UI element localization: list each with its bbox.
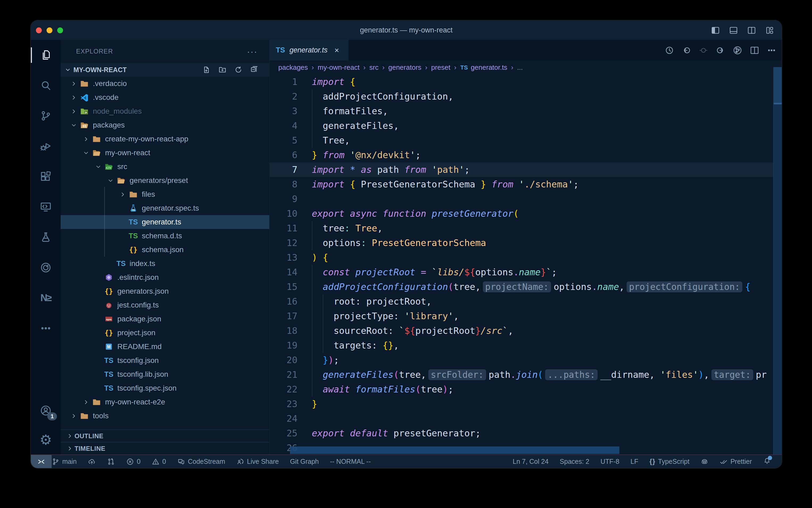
breadcrumb-generators[interactable]: generators bbox=[388, 64, 421, 72]
git-graph-icon[interactable] bbox=[733, 46, 742, 55]
tree-item-README.md[interactable]: MREADME.md bbox=[61, 340, 269, 353]
vertical-scrollbar-thumb[interactable] bbox=[774, 67, 782, 104]
status-eol[interactable]: LF bbox=[630, 458, 638, 465]
tree-item-src[interactable]: </>src bbox=[61, 160, 269, 174]
breadcrumb-file[interactable]: TSgenerator.ts bbox=[460, 64, 507, 72]
tree-item-generator.ts[interactable]: TSgenerator.ts bbox=[61, 215, 269, 229]
tab-generator-ts[interactable]: TS generator.ts × bbox=[270, 40, 348, 60]
tree-item-jest.config.ts[interactable]: jest.config.ts bbox=[61, 298, 269, 312]
toggle-sidebar-icon[interactable] bbox=[711, 26, 720, 35]
chevron-right-icon[interactable] bbox=[116, 187, 129, 201]
tree-item-project.json[interactable]: {}project.json bbox=[61, 326, 269, 340]
status-branch[interactable]: main bbox=[52, 458, 77, 466]
activity-account-icon[interactable]: 1 bbox=[31, 396, 61, 425]
status-vim-mode[interactable]: -- NORMAL -- bbox=[330, 458, 371, 465]
status-codestream[interactable]: CodeStream bbox=[177, 458, 225, 466]
code-editor[interactable]: 1import {2 addProjectConfiguration,3 for… bbox=[270, 75, 773, 455]
activity-codestream-icon[interactable] bbox=[31, 252, 61, 283]
chevron-down-icon[interactable] bbox=[80, 146, 92, 160]
chevron-right-icon[interactable] bbox=[67, 409, 80, 423]
activity-nx-console-icon[interactable]: N≥ bbox=[31, 283, 61, 313]
new-folder-icon[interactable] bbox=[218, 66, 227, 74]
tree-item-tools[interactable]: tools bbox=[61, 409, 269, 423]
split-editor-icon[interactable] bbox=[747, 26, 756, 35]
tree-item-.verdaccio[interactable]: .verdaccio bbox=[61, 77, 269, 90]
activity-source-control-icon[interactable] bbox=[31, 101, 61, 131]
tree-item-create-my-own-react-app[interactable]: create-my-own-react-app bbox=[61, 132, 269, 146]
chevron-right-icon[interactable] bbox=[67, 104, 80, 118]
status-git-graph[interactable]: Git Graph bbox=[290, 458, 319, 465]
titlebar[interactable]: generator.ts — my-own-react bbox=[31, 20, 782, 40]
project-section-header[interactable]: MY-OWN-REACT bbox=[61, 63, 269, 77]
tree-item-generators.json[interactable]: {}generators.json bbox=[61, 284, 269, 298]
panel-timeline[interactable]: TIMELINE bbox=[61, 442, 269, 455]
tree-item-.eslintrc.json[interactable]: .eslintrc.json bbox=[61, 270, 269, 284]
status-live-share[interactable]: Live Share bbox=[236, 458, 279, 466]
activity-extensions-icon[interactable] bbox=[31, 161, 61, 192]
tree-item-my-own-react[interactable]: my-own-react bbox=[61, 146, 269, 160]
new-file-icon[interactable] bbox=[202, 66, 211, 74]
activity-files-icon[interactable] bbox=[31, 40, 61, 70]
sidebar-more-actions[interactable]: ··· bbox=[247, 46, 257, 57]
tree-item-schema.json[interactable]: {}schema.json bbox=[61, 243, 269, 257]
activity-testing-icon[interactable] bbox=[31, 222, 61, 252]
tab-close-icon[interactable]: × bbox=[334, 46, 339, 55]
breadcrumb-packages[interactable]: packages bbox=[278, 64, 308, 72]
tree-item-node_modules[interactable]: jsnode_modules bbox=[61, 104, 269, 118]
tree-item-package.json[interactable]: npmpackage.json bbox=[61, 312, 269, 326]
status-warnings[interactable]: 0 bbox=[152, 458, 166, 466]
toggle-panel-icon[interactable] bbox=[729, 26, 738, 35]
chevron-down-icon[interactable] bbox=[104, 174, 116, 187]
status-cursor-position[interactable]: Ln 7, Col 24 bbox=[513, 458, 548, 465]
tree-item-index.ts[interactable]: TSindex.ts bbox=[61, 257, 269, 270]
chevron-down-icon[interactable] bbox=[67, 118, 80, 132]
tree-item-files[interactable]: files bbox=[61, 187, 269, 201]
customize-layout-icon[interactable] bbox=[765, 26, 774, 35]
nav-forward-icon[interactable] bbox=[716, 46, 725, 55]
activity-more-icon[interactable] bbox=[31, 313, 61, 343]
breadcrumb-preset[interactable]: preset bbox=[431, 64, 450, 72]
status-notifications[interactable] bbox=[763, 457, 771, 466]
collapse-all-icon[interactable] bbox=[250, 66, 258, 74]
tree-item-tsconfig.json[interactable]: TStsconfig.json bbox=[61, 353, 269, 368]
chevron-right-icon[interactable] bbox=[80, 132, 92, 146]
horizontal-scrollbar-thumb[interactable] bbox=[290, 447, 619, 454]
chevron-right-icon[interactable] bbox=[67, 77, 80, 90]
tree-item-generators/preset[interactable]: generators/preset bbox=[61, 174, 269, 187]
refresh-icon[interactable] bbox=[234, 66, 243, 74]
chevron-down-icon[interactable] bbox=[92, 160, 104, 174]
vertical-scrollbar[interactable] bbox=[773, 67, 782, 455]
status-prettier[interactable]: Prettier bbox=[720, 458, 752, 466]
tree-item-schema.d.ts[interactable]: TSschema.d.ts bbox=[61, 229, 269, 243]
tree-item-.vscode[interactable]: .vscode bbox=[61, 90, 269, 104]
activity-settings-icon[interactable]: ⚙ bbox=[31, 425, 61, 455]
activity-search-icon[interactable] bbox=[31, 70, 61, 101]
line-number: 10 bbox=[270, 206, 297, 221]
tree-item-tsconfig.spec.json[interactable]: TStsconfig.spec.json bbox=[61, 381, 269, 395]
status-errors[interactable]: 0 bbox=[126, 458, 140, 466]
nav-back-icon[interactable] bbox=[682, 46, 691, 55]
remote-indicator[interactable] bbox=[31, 455, 52, 468]
chevron-spacer bbox=[116, 243, 129, 257]
status-publish[interactable] bbox=[88, 458, 96, 466]
tree-item-packages[interactable]: packages bbox=[61, 118, 269, 132]
activity-remote-explorer-icon[interactable] bbox=[31, 192, 61, 222]
status-pull-request[interactable] bbox=[107, 458, 115, 466]
nav-circle-icon[interactable] bbox=[699, 46, 708, 55]
more-icon[interactable] bbox=[767, 46, 776, 55]
status-indentation[interactable]: Spaces: 2 bbox=[560, 458, 589, 465]
panel-outline[interactable]: OUTLINE bbox=[61, 429, 269, 442]
chevron-right-icon[interactable] bbox=[67, 90, 80, 104]
history-icon[interactable] bbox=[665, 46, 674, 55]
split-editor-icon[interactable] bbox=[750, 46, 759, 55]
status-copilot[interactable] bbox=[701, 458, 709, 466]
status-encoding[interactable]: UTF-8 bbox=[601, 458, 619, 465]
status-language[interactable]: {}TypeScript bbox=[650, 457, 689, 466]
chevron-right-icon[interactable] bbox=[80, 395, 92, 409]
breadcrumb-my-own-react[interactable]: my-own-react bbox=[318, 64, 360, 72]
activity-run-debug-icon[interactable] bbox=[31, 131, 61, 161]
breadcrumb-src[interactable]: src bbox=[369, 64, 379, 72]
tree-item-tsconfig.lib.json[interactable]: TStsconfig.lib.json bbox=[61, 368, 269, 381]
tree-item-generator.spec.ts[interactable]: TSgenerator.spec.ts bbox=[61, 201, 269, 215]
tree-item-my-own-react-e2e[interactable]: my-own-react-e2e bbox=[61, 395, 269, 409]
